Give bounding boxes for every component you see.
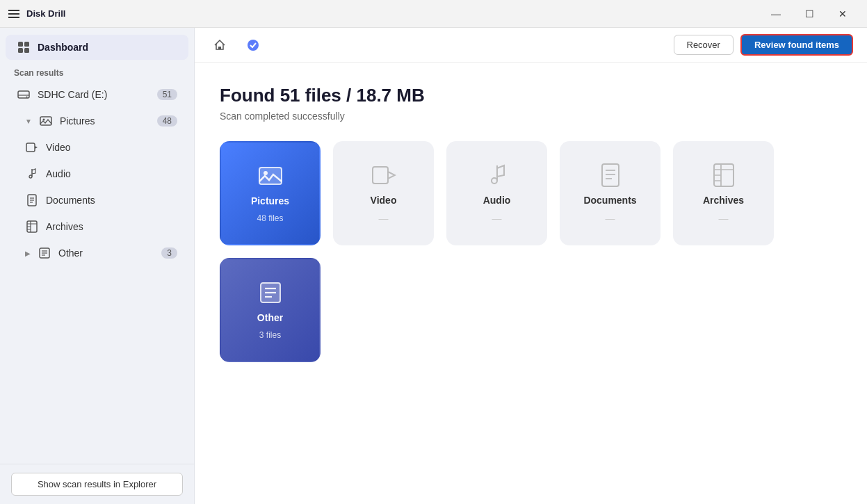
video-card-name: Video	[371, 195, 397, 206]
documents-card-dash: —	[606, 213, 615, 224]
archives-card-icon	[711, 163, 736, 188]
window-controls: — ☐ ✕	[760, 3, 859, 25]
svg-rect-7	[40, 117, 51, 125]
sidebar-item-video[interactable]: Video	[6, 135, 188, 160]
drive-icon	[17, 88, 31, 101]
svg-point-11	[29, 175, 32, 178]
video-label: Video	[46, 142, 177, 153]
documents-card-name: Documents	[583, 195, 636, 206]
svg-rect-9	[26, 143, 35, 152]
found-files-title: Found 51 files / 18.7 MB	[220, 85, 842, 106]
archives-card-name: Archives	[703, 195, 744, 206]
sidebar: Dashboard Scan results SDHC Card (E:) 51	[0, 28, 195, 504]
category-card-video[interactable]: Video —	[333, 141, 434, 245]
pictures-label: Pictures	[60, 115, 150, 127]
hamburger-menu-icon[interactable]	[8, 10, 19, 18]
documents-card-icon	[598, 163, 623, 188]
svg-point-31	[492, 178, 497, 184]
other-count-badge: 3	[161, 247, 177, 259]
sidebar-item-dashboard[interactable]: Dashboard	[6, 35, 188, 60]
audio-card-icon	[485, 163, 510, 188]
svg-rect-27	[259, 168, 282, 184]
svg-rect-32	[602, 164, 619, 186]
svg-rect-1	[24, 42, 29, 47]
sidebar-item-device[interactable]: SDHC Card (E:) 51	[6, 82, 188, 107]
pictures-count-badge: 48	[157, 115, 177, 127]
sidebar-item-pictures[interactable]: ▼ Pictures 48	[6, 108, 188, 133]
svg-rect-29	[373, 167, 388, 184]
video-icon	[25, 140, 39, 154]
video-card-dash: —	[379, 213, 389, 224]
category-card-pictures[interactable]: Pictures 48 files	[220, 141, 321, 245]
sidebar-nav: Dashboard Scan results SDHC Card (E:) 51	[0, 28, 194, 464]
archives-card-dash: —	[719, 213, 729, 224]
chevron-right-icon: ▶	[25, 250, 31, 257]
archives-icon	[25, 220, 39, 234]
svg-marker-10	[35, 146, 38, 149]
archives-label: Archives	[46, 221, 177, 232]
review-found-items-button[interactable]: Review found items	[740, 34, 853, 56]
svg-rect-3	[24, 48, 29, 53]
close-button[interactable]: ✕	[827, 3, 859, 25]
category-card-documents[interactable]: Documents —	[560, 141, 661, 245]
home-button[interactable]	[209, 34, 231, 56]
title-bar: Disk Drill — ☐ ✕	[0, 0, 867, 28]
app-title: Disk Drill	[26, 8, 65, 19]
show-explorer-button[interactable]: Show scan results in Explorer	[11, 473, 183, 496]
app-body: Dashboard Scan results SDHC Card (E:) 51	[0, 28, 867, 504]
category-cards-row: Pictures 48 files Video —	[220, 141, 842, 362]
svg-rect-4	[18, 91, 29, 98]
audio-label: Audio	[46, 168, 177, 179]
other-label: Other	[58, 247, 154, 259]
right-panel: Recover Review found items Found 51 file…	[195, 28, 867, 504]
dashboard-label: Dashboard	[38, 42, 177, 53]
category-card-other[interactable]: Other 3 files	[220, 258, 321, 362]
sidebar-item-audio[interactable]: Audio	[6, 161, 188, 186]
toolbar-right: Recover Review found items	[674, 34, 854, 56]
documents-label: Documents	[46, 195, 177, 206]
svg-point-8	[42, 119, 44, 121]
svg-point-6	[26, 97, 28, 98]
device-label: SDHC Card (E:)	[38, 89, 150, 100]
video-card-icon	[371, 163, 396, 188]
chevron-down-icon: ▼	[25, 117, 32, 125]
svg-marker-30	[388, 172, 395, 179]
svg-rect-2	[18, 48, 23, 53]
scan-status-subtitle: Scan completed successfully	[220, 111, 842, 122]
other-card-count: 3 files	[259, 330, 281, 340]
sidebar-item-archives[interactable]: Archives	[6, 214, 188, 239]
scan-results-header: Scan results	[0, 61, 194, 81]
audio-icon	[25, 167, 39, 181]
sidebar-item-documents[interactable]: Documents	[6, 188, 188, 213]
toolbar-left	[209, 34, 665, 56]
status-check-button[interactable]	[242, 34, 264, 56]
other-card-name: Other	[257, 312, 283, 323]
sidebar-footer: Show scan results in Explorer	[0, 464, 194, 504]
main-content: Found 51 files / 18.7 MB Scan completed …	[195, 63, 867, 504]
category-card-archives[interactable]: Archives —	[673, 141, 774, 245]
pictures-card-icon	[258, 163, 283, 188]
other-icon	[38, 246, 51, 260]
pictures-card-name: Pictures	[251, 195, 289, 206]
pictures-card-count: 48 files	[257, 213, 283, 223]
pictures-icon	[39, 114, 53, 128]
svg-rect-0	[18, 42, 23, 47]
maximize-button[interactable]: ☐	[793, 3, 825, 25]
svg-point-26	[248, 40, 259, 51]
device-count-badge: 51	[157, 89, 177, 100]
other-card-icon	[258, 280, 283, 305]
svg-rect-25	[218, 47, 221, 49]
title-bar-left: Disk Drill	[8, 8, 760, 19]
toolbar: Recover Review found items	[195, 28, 867, 63]
minimize-button[interactable]: —	[760, 3, 792, 25]
documents-icon	[25, 193, 39, 207]
audio-card-name: Audio	[483, 195, 511, 206]
category-card-audio[interactable]: Audio —	[446, 141, 547, 245]
svg-point-28	[264, 171, 268, 175]
audio-card-dash: —	[492, 213, 502, 224]
sidebar-item-other[interactable]: ▶ Other 3	[6, 241, 188, 266]
dashboard-icon	[17, 40, 31, 54]
recover-button[interactable]: Recover	[674, 35, 734, 55]
